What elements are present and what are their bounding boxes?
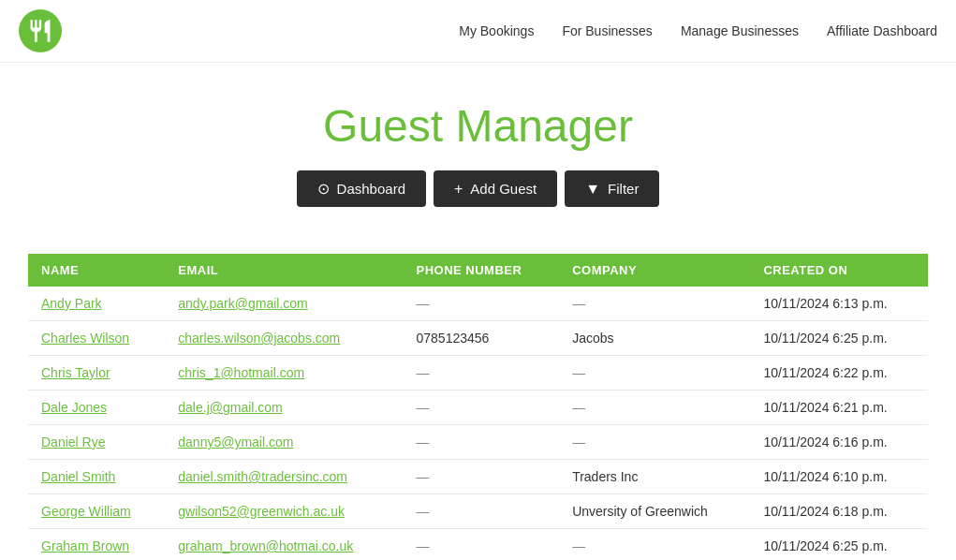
guest-phone: — (404, 460, 560, 494)
guest-created: 10/11/2024 6:13 p.m. (750, 287, 928, 321)
filter-icon: ▼ (585, 181, 600, 198)
guest-company: — (559, 425, 750, 460)
guest-created: 10/11/2024 6:16 p.m. (750, 425, 928, 460)
logo (19, 9, 62, 52)
guest-name-link[interactable]: Charles Wilson (41, 331, 129, 346)
page-title: Guest Manager (19, 100, 937, 152)
dashboard-label: Dashboard (337, 181, 405, 197)
table-row: Graham Browngraham_brown@hotmai.co.uk——1… (28, 529, 928, 561)
table-row: Chris Taylorchris_1@hotmail.com——10/11/2… (28, 356, 928, 391)
guest-created: 10/11/2024 6:22 p.m. (750, 356, 928, 391)
guest-email-link[interactable]: daniel.smith@tradersinc.com (178, 469, 347, 484)
nav-my-bookings[interactable]: My Bookings (459, 23, 534, 38)
guest-email-link[interactable]: dale.j@gmail.com (178, 400, 282, 415)
guest-email-link[interactable]: andy.park@gmail.com (178, 296, 307, 311)
table-row: George Williamgwilson52@greenwich.ac.uk—… (28, 494, 928, 529)
guest-created: 10/11/2024 6:25 p.m. (750, 321, 928, 356)
nav-affiliate-dashboard[interactable]: Affiliate Dashboard (827, 23, 937, 38)
dashboard-button[interactable]: ⊙ Dashboard (297, 170, 426, 207)
guest-email-link[interactable]: graham_brown@hotmai.co.uk (178, 538, 353, 553)
guest-name-link[interactable]: Dale Jones (41, 400, 107, 415)
toolbar: ⊙ Dashboard + Add Guest ▼ Filter (19, 170, 937, 207)
table-section: NAME EMAIL PHONE NUMBER COMPANY CREATED … (0, 226, 956, 560)
guest-company: Jacobs (559, 321, 750, 356)
guest-phone: — (404, 391, 560, 425)
guest-company: Traders Inc (559, 460, 750, 494)
guest-phone: — (404, 425, 560, 460)
guest-email-link[interactable]: chris_1@hotmail.com (178, 365, 304, 380)
guest-created: 10/11/2024 6:10 p.m. (750, 460, 928, 494)
filter-button[interactable]: ▼ Filter (565, 170, 659, 207)
add-guest-button[interactable]: + Add Guest (434, 170, 557, 207)
guest-company: — (559, 356, 750, 391)
add-guest-label: Add Guest (470, 181, 537, 197)
table-row: Dale Jonesdale.j@gmail.com——10/11/2024 6… (28, 391, 928, 425)
guest-phone: — (404, 356, 560, 391)
guest-name-link[interactable]: Chris Taylor (41, 365, 110, 380)
guest-company: — (559, 391, 750, 425)
guest-created: 10/11/2024 6:25 p.m. (750, 529, 928, 561)
guest-company: Unversity of Greenwich (559, 494, 750, 529)
guests-table: NAME EMAIL PHONE NUMBER COMPANY CREATED … (28, 254, 928, 560)
guest-company: — (559, 287, 750, 321)
guest-email-link[interactable]: gwilson52@greenwich.ac.uk (178, 504, 345, 519)
table-row: Daniel Ryedanny5@ymail.com——10/11/2024 6… (28, 425, 928, 460)
guest-name-link[interactable]: Andy Park (41, 296, 102, 311)
guest-name-link[interactable]: Graham Brown (41, 538, 129, 553)
table-header: NAME EMAIL PHONE NUMBER COMPANY CREATED … (28, 254, 928, 287)
col-company: COMPANY (559, 254, 750, 287)
col-email: EMAIL (165, 254, 403, 287)
add-icon: + (454, 181, 463, 198)
guest-company: — (559, 529, 750, 561)
col-created: CREATED ON (750, 254, 928, 287)
filter-label: Filter (608, 181, 639, 197)
dashboard-icon: ⊙ (317, 180, 330, 198)
logo-icon (27, 18, 53, 44)
main-nav: My Bookings For Businesses Manage Busine… (459, 23, 937, 38)
table-row: Charles Wilsoncharles.wilson@jacobs.com0… (28, 321, 928, 356)
table-body: Andy Parkandy.park@gmail.com——10/11/2024… (28, 287, 928, 560)
col-name: NAME (28, 254, 165, 287)
guest-phone: — (404, 287, 560, 321)
table-row: Andy Parkandy.park@gmail.com——10/11/2024… (28, 287, 928, 321)
guest-created: 10/11/2024 6:18 p.m. (750, 494, 928, 529)
nav-for-businesses[interactable]: For Businesses (562, 23, 652, 38)
page-title-section: Guest Manager ⊙ Dashboard + Add Guest ▼ … (0, 63, 956, 226)
guest-email-link[interactable]: charles.wilson@jacobs.com (178, 331, 340, 346)
col-phone: PHONE NUMBER (404, 254, 560, 287)
table-row: Daniel Smithdaniel.smith@tradersinc.com—… (28, 460, 928, 494)
guest-name-link[interactable]: George William (41, 504, 131, 519)
guest-phone: 0785123456 (404, 321, 560, 356)
guest-created: 10/11/2024 6:21 p.m. (750, 391, 928, 425)
nav-manage-businesses[interactable]: Manage Businesses (681, 23, 799, 38)
guest-phone: — (404, 529, 560, 561)
guest-phone: — (404, 494, 560, 529)
guest-name-link[interactable]: Daniel Rye (41, 435, 105, 449)
guest-email-link[interactable]: danny5@ymail.com (178, 435, 293, 449)
guest-name-link[interactable]: Daniel Smith (41, 469, 115, 484)
header: My Bookings For Businesses Manage Busine… (0, 0, 956, 63)
